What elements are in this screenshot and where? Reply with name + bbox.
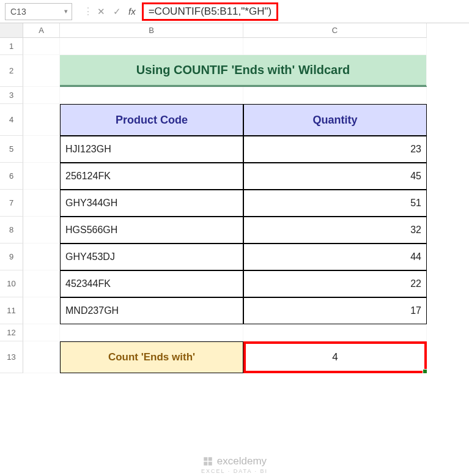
row-7: 7 GHY344GH 51	[0, 190, 469, 217]
row-header[interactable]: 11	[0, 297, 23, 324]
cell[interactable]	[60, 87, 243, 104]
cell[interactable]	[23, 217, 60, 244]
row-13: 13 Count 'Ends with' 4	[0, 341, 469, 373]
cell[interactable]	[23, 270, 60, 297]
data-code[interactable]: GHY453DJ	[60, 244, 243, 270]
row-2: 2 Using COUNTIF 'Ends with' Wildcard	[0, 55, 469, 87]
row-header[interactable]: 1	[0, 38, 23, 55]
row-header[interactable]: 8	[0, 217, 23, 244]
col-header-b[interactable]: B	[60, 23, 243, 38]
row-1: 1	[0, 38, 469, 55]
logo-icon	[202, 456, 213, 467]
enter-icon[interactable]: ✓	[109, 6, 125, 17]
cell[interactable]	[23, 297, 60, 324]
row-12: 12	[0, 324, 469, 341]
cell[interactable]	[60, 324, 243, 341]
cell[interactable]	[60, 38, 243, 55]
data-code[interactable]: MND237GH	[60, 297, 243, 324]
row-10: 10 452344FK 22	[0, 270, 469, 297]
row-6: 6 256124FK 45	[0, 163, 469, 190]
row-4: 4 Product Code Quantity	[0, 104, 469, 136]
row-header[interactable]: 10	[0, 270, 23, 297]
name-box[interactable]: C13 ▾	[5, 3, 72, 20]
cell[interactable]	[23, 136, 60, 163]
row-5: 5 HJI123GH 23	[0, 136, 469, 163]
cancel-icon[interactable]: ✕	[93, 6, 109, 17]
row-9: 9 GHY453DJ 44	[0, 244, 469, 270]
count-value-cell[interactable]: 4	[243, 341, 427, 373]
select-all-corner[interactable]	[0, 23, 23, 38]
column-headers: A B C	[0, 23, 469, 38]
fx-icon[interactable]: fx	[128, 6, 136, 17]
row-header[interactable]: 5	[0, 136, 23, 163]
chevron-down-icon[interactable]: ▾	[64, 7, 68, 15]
name-box-value: C13	[10, 7, 26, 17]
row-3: 3	[0, 87, 469, 104]
row-header[interactable]: 7	[0, 190, 23, 217]
header-quantity[interactable]: Quantity	[243, 104, 427, 136]
cell[interactable]	[23, 244, 60, 270]
cell[interactable]	[243, 324, 427, 341]
formula-bar: C13 ▾ ⋮ ✕ ✓ fx =COUNTIF(B5:B11,"*GH")	[0, 0, 469, 23]
data-qty[interactable]: 45	[243, 163, 427, 190]
cell[interactable]	[243, 87, 427, 104]
formula-text: =COUNTIF(B5:B11,"*GH")	[142, 2, 278, 21]
cell[interactable]	[23, 38, 60, 55]
cell[interactable]	[23, 190, 60, 217]
col-header-c[interactable]: C	[243, 23, 427, 38]
cell[interactable]	[23, 163, 60, 190]
col-header-a[interactable]: A	[23, 23, 60, 38]
data-code[interactable]: 256124FK	[60, 163, 243, 190]
formula-bar-buttons: ⋮ ✕ ✓ fx	[83, 6, 139, 17]
formula-input[interactable]: =COUNTIF(B5:B11,"*GH")	[142, 2, 463, 21]
data-qty[interactable]: 51	[243, 190, 427, 217]
row-header[interactable]: 12	[0, 324, 23, 341]
row-header[interactable]: 3	[0, 87, 23, 104]
row-8: 8 HGS566GH 32	[0, 217, 469, 244]
row-header[interactable]: 2	[0, 55, 23, 87]
data-qty[interactable]: 32	[243, 217, 427, 244]
row-header[interactable]: 13	[0, 341, 23, 373]
header-product-code[interactable]: Product Code	[60, 104, 243, 136]
row-header[interactable]: 6	[0, 163, 23, 190]
watermark-sub: EXCEL · DATA · BI	[0, 468, 469, 474]
cell[interactable]	[23, 341, 60, 373]
divider-icon: ⋮	[83, 6, 93, 17]
title-cell[interactable]: Using COUNTIF 'Ends with' Wildcard	[60, 55, 427, 87]
cell[interactable]	[243, 38, 427, 55]
data-qty[interactable]: 22	[243, 270, 427, 297]
count-value-text: 4	[332, 351, 338, 363]
data-code[interactable]: 452344FK	[60, 270, 243, 297]
data-code[interactable]: GHY344GH	[60, 190, 243, 217]
cell[interactable]	[23, 55, 60, 87]
data-qty[interactable]: 44	[243, 244, 427, 270]
data-code[interactable]: HJI123GH	[60, 136, 243, 163]
cell[interactable]	[23, 87, 60, 104]
data-code[interactable]: HGS566GH	[60, 217, 243, 244]
cell[interactable]	[23, 324, 60, 341]
watermark-text: exceldemy	[217, 455, 267, 467]
row-header[interactable]: 9	[0, 244, 23, 270]
cell[interactable]	[23, 104, 60, 136]
row-11: 11 MND237GH 17	[0, 297, 469, 324]
spreadsheet-grid: A B C 1 2 Using COUNTIF 'Ends with' Wild…	[0, 23, 469, 373]
data-qty[interactable]: 23	[243, 136, 427, 163]
data-qty[interactable]: 17	[243, 297, 427, 324]
selection-handle-icon[interactable]	[423, 369, 427, 374]
row-header[interactable]: 4	[0, 104, 23, 136]
watermark: exceldemy	[0, 455, 469, 467]
count-label-cell[interactable]: Count 'Ends with'	[60, 341, 243, 373]
